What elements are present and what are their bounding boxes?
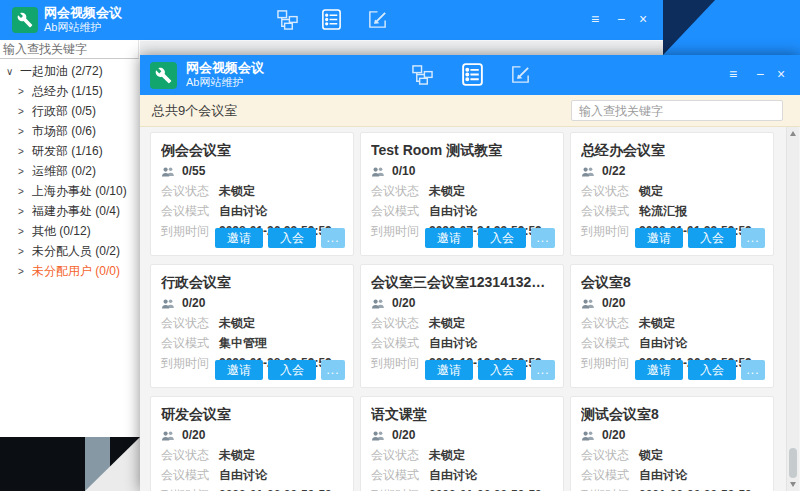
tree-node[interactable]: >运维部 (0/2)	[0, 161, 140, 181]
chevron-right-icon[interactable]: >	[18, 126, 30, 137]
meeting-room-window: 网会视频会议 Ab网站维护	[140, 55, 800, 491]
meeting-mode-label: 会议模式	[581, 335, 639, 351]
tree-node-label: 其他 (0/12)	[32, 223, 91, 240]
tree-node[interactable]: >未分配用户 (0/0)	[0, 261, 140, 281]
meeting-mode-row: 会议模式自由讨论	[371, 203, 553, 219]
minimize-button[interactable]: −	[751, 66, 769, 82]
menu-button[interactable]: ≡	[586, 11, 604, 27]
participant-count: 0/20	[392, 296, 415, 310]
meeting-status-row: 会议状态未锁定	[161, 447, 343, 463]
meeting-mode-value: 自由讨论	[429, 203, 477, 219]
join-button[interactable]: 入会	[478, 228, 526, 248]
tree-node-label: 研发部 (1/16)	[32, 143, 103, 160]
org-chart-icon[interactable]	[277, 9, 298, 34]
room-name: Test Room 测试教室	[371, 141, 553, 160]
meeting-status-row: 会议状态锁定	[581, 183, 763, 199]
chevron-down-icon[interactable]: ∨	[6, 66, 18, 77]
join-button[interactable]: 入会	[688, 228, 736, 248]
invite-button[interactable]: 邀请	[635, 228, 683, 248]
meeting-status-row: 会议状态未锁定	[371, 447, 553, 463]
meeting-status-label: 会议状态	[581, 447, 639, 463]
room-list-area: 例会会议室0/55会议状态未锁定会议模式自由讨论到期时间2028-01-26 2…	[140, 127, 800, 491]
room-list-icon-active[interactable]	[460, 62, 485, 91]
participants-icon	[581, 298, 595, 309]
tree-node-label: 未分配人员 (0/2)	[32, 243, 120, 260]
room-list-icon[interactable]	[320, 8, 343, 35]
meeting-status-value: 未锁定	[639, 315, 675, 331]
meeting-room-card: 会议室80/20会议状态未锁定会议模式自由讨论到期时间2022-01-26 23…	[570, 264, 774, 388]
participants-icon	[161, 166, 175, 177]
expire-time-label: 到期时间	[371, 355, 429, 371]
compose-icon[interactable]	[510, 64, 531, 89]
tree-node[interactable]: >研发部 (1/16)	[0, 141, 140, 161]
invite-button[interactable]: 邀请	[215, 360, 263, 380]
expire-time-label: 到期时间	[581, 223, 639, 239]
invite-button[interactable]: 邀请	[425, 228, 473, 248]
scrollbar-thumb[interactable]	[789, 448, 797, 478]
expire-time-value: 2022-01-26 23:59:59	[429, 487, 542, 491]
join-button[interactable]: 入会	[688, 360, 736, 380]
participant-count-row: 0/20	[371, 295, 553, 311]
participant-count: 0/20	[182, 296, 205, 310]
fg-window-subtitle: Ab网站维护	[186, 76, 243, 88]
expire-time-label: 到期时间	[371, 223, 429, 239]
join-button[interactable]: 入会	[478, 360, 526, 380]
meeting-mode-value: 自由讨论	[219, 467, 267, 483]
scroll-down-icon[interactable]	[790, 482, 796, 487]
tree-node[interactable]: >总经办 (1/15)	[0, 81, 140, 101]
join-button[interactable]: 入会	[268, 228, 316, 248]
chevron-right-icon[interactable]: >	[18, 106, 30, 117]
tree-node[interactable]: >上海办事处 (0/10)	[0, 181, 140, 201]
menu-button[interactable]: ≡	[724, 66, 742, 82]
scrollbar[interactable]	[786, 127, 799, 491]
room-count-summary: 总共9个会议室	[152, 95, 237, 126]
chevron-right-icon[interactable]: >	[18, 166, 30, 177]
meeting-room-card: 研发会议室0/20会议状态未锁定会议模式自由讨论到期时间2022-01-26 2…	[150, 396, 354, 491]
participants-icon	[371, 430, 385, 441]
close-button[interactable]: ×	[634, 11, 652, 27]
tree-node[interactable]: >其他 (0/12)	[0, 221, 140, 241]
more-button[interactable]: ...	[321, 360, 345, 380]
invite-button[interactable]: 邀请	[635, 360, 683, 380]
more-button[interactable]: ...	[741, 228, 765, 248]
room-search-input[interactable]: 输入查找关键字	[571, 100, 783, 121]
app-logo-wrench-icon	[12, 7, 38, 33]
app-logo-wrench-icon	[150, 62, 177, 89]
meeting-status-label: 会议状态	[581, 183, 639, 199]
expire-time-label: 到期时间	[371, 487, 429, 491]
scroll-up-icon[interactable]	[790, 131, 796, 136]
meeting-room-card: 例会会议室0/55会议状态未锁定会议模式自由讨论到期时间2028-01-26 2…	[150, 132, 354, 256]
tree-node[interactable]: >福建办事处 (0/4)	[0, 201, 140, 221]
invite-button[interactable]: 邀请	[425, 360, 473, 380]
chevron-right-icon[interactable]: >	[18, 206, 30, 217]
compose-icon[interactable]	[367, 9, 388, 34]
tree-node[interactable]: >行政部 (0/5)	[0, 101, 140, 121]
chevron-right-icon[interactable]: >	[18, 226, 30, 237]
bg-titlebar[interactable]: 网会视频会议 Ab网站维护	[0, 0, 663, 40]
chevron-right-icon[interactable]: >	[18, 246, 30, 257]
chevron-right-icon[interactable]: >	[18, 86, 30, 97]
meeting-status-label: 会议状态	[161, 447, 219, 463]
join-button[interactable]: 入会	[268, 360, 316, 380]
more-button[interactable]: ...	[531, 228, 555, 248]
chevron-right-icon[interactable]: >	[18, 146, 30, 157]
tree-node[interactable]: >市场部 (0/6)	[0, 121, 140, 141]
meeting-mode-value: 自由讨论	[639, 467, 687, 483]
tree-node[interactable]: ∨一起加油 (2/72)	[0, 61, 140, 81]
tree-node-label: 市场部 (0/6)	[32, 123, 96, 140]
tree-node[interactable]: >未分配人员 (0/2)	[0, 241, 140, 261]
chevron-right-icon[interactable]: >	[18, 266, 30, 277]
minimize-button[interactable]: −	[612, 11, 630, 27]
participants-icon	[581, 166, 595, 177]
invite-button[interactable]: 邀请	[215, 228, 263, 248]
more-button[interactable]: ...	[321, 228, 345, 248]
close-button[interactable]: ×	[772, 66, 790, 82]
more-button[interactable]: ...	[531, 360, 555, 380]
fg-titlebar[interactable]: 网会视频会议 Ab网站维护	[140, 55, 800, 95]
more-button[interactable]: ...	[741, 360, 765, 380]
expire-time-row: 到期时间2021-06-30 23:59:59	[581, 487, 763, 491]
contact-search-input[interactable]: 输入查找关键字	[0, 40, 139, 59]
org-chart-icon[interactable]	[412, 64, 433, 89]
room-name: 总经办会议室	[581, 141, 763, 160]
chevron-right-icon[interactable]: >	[18, 186, 30, 197]
